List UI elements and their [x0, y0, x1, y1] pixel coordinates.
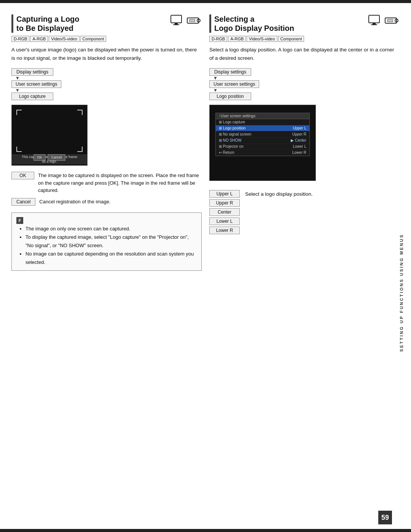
ok-action-row: OK The image to be captured is displayed…	[11, 172, 202, 194]
right-tag-component: Component	[278, 36, 304, 42]
note-box: F The image on only one screen can be ca…	[11, 212, 202, 271]
menu-nav-display-settings: Display settings	[11, 68, 53, 76]
svg-rect-2	[173, 24, 179, 25]
right-menu-nav: Display settings ▼ User screen settings …	[209, 68, 400, 100]
cancel-description: Cancel registration of the image.	[39, 198, 202, 206]
left-column: Capturing a Logo to Be Displayed	[11, 14, 202, 518]
tag-component: Component	[80, 36, 107, 42]
note-item-3: No image can be captured depending on th…	[25, 250, 197, 267]
left-body-text: A user's unique image (logo) can be disp…	[11, 46, 202, 62]
right-section-icons	[368, 14, 400, 27]
left-section-header: Capturing a Logo to Be Displayed	[11, 14, 202, 33]
logo-menu-item-value-3: ▶ Center	[291, 138, 306, 142]
pos-btn-upper-r[interactable]: Upper R	[209, 199, 240, 207]
cancel-action-row: Cancel Cancel registration of the image.	[11, 198, 202, 206]
logo-menu-item-label-1: ⊞ Logo position	[219, 126, 245, 130]
capture-screen: This captures the image in the frame as …	[11, 105, 88, 166]
note-icon: F	[16, 217, 23, 224]
right-menu-arrow-1: ▼	[209, 76, 218, 80]
logo-menu-overlay: ↑User screen settings ⊞ Logo capture ⊞ L…	[215, 113, 310, 156]
bottom-border	[0, 529, 411, 532]
note-item-1: The image on only one screen can be capt…	[25, 225, 197, 233]
pos-btn-center[interactable]: Center	[209, 208, 240, 216]
right-menu-user-screen: User screen settings	[209, 80, 259, 88]
capture-caption: This captures the image in the frame as …	[12, 154, 87, 165]
svg-rect-5	[190, 19, 195, 22]
vertical-sidebar: SETTING UP FUNCTIONS USING MENUS	[397, 76, 406, 509]
svg-rect-6	[369, 15, 379, 23]
right-tag-argb: A-RGB	[228, 36, 246, 42]
right-menu-logo-position: Logo position	[209, 93, 251, 100]
corner-tl	[16, 110, 22, 115]
corner-bl	[16, 147, 22, 152]
logo-menu-item-label-3: ⊞ NO SHOW	[219, 138, 242, 142]
left-title-line2: to Be Displayed	[16, 24, 73, 32]
page-number: 59	[378, 511, 392, 524]
logo-menu-logo-position: ⊞ Logo position Upper L	[216, 125, 309, 131]
corner-br	[77, 147, 83, 152]
right-menu-arrow-2: ▼	[209, 88, 218, 93]
pos-btn-upper-l[interactable]: Upper L	[209, 190, 240, 198]
right-title-block: Selecting a Logo Display Position	[209, 14, 364, 33]
right-title-line2: Logo Display Position	[214, 24, 294, 32]
projector-icon-right	[384, 16, 400, 25]
logo-menu-projector-on: ⊞ Projector on Lower L	[216, 144, 309, 150]
left-title-block: Capturing a Logo to Be Displayed	[11, 14, 166, 33]
corner-tr	[77, 110, 83, 115]
right-body-text: Select a logo display position. A logo c…	[209, 46, 400, 62]
position-buttons: Upper L Upper R Center Lower L Lower R	[209, 190, 240, 234]
left-title-line1: Capturing a Logo	[16, 15, 80, 23]
ok-label-box[interactable]: OK	[11, 172, 34, 179]
logo-menu-item-value-1: Upper L	[293, 126, 306, 130]
right-menu-display-settings: Display settings	[209, 68, 251, 76]
left-section-icons	[170, 14, 202, 27]
right-title-line1: Selecting a	[214, 15, 255, 23]
position-select-row: Upper L Upper R Center Lower L Lower R S…	[209, 190, 400, 238]
tag-argb: A-RGB	[30, 36, 48, 42]
projector-icon	[186, 16, 202, 25]
logo-menu-no-show: ⊞ NO SHOW ▶ Center	[216, 137, 309, 144]
right-section-header: Selecting a Logo Display Position	[209, 14, 400, 33]
logo-menu-item-value-2: Upper R	[292, 132, 306, 136]
logo-display-screen: ↑User screen settings ⊞ Logo capture ⊞ L…	[209, 105, 316, 181]
cancel-label-box[interactable]: Cancel	[11, 198, 35, 206]
logo-menu-no-signal: ⊞ No signal screen Upper R	[216, 131, 309, 137]
svg-rect-8	[371, 24, 377, 25]
logo-menu-header: ↑User screen settings	[216, 113, 309, 119]
left-tags-row: D-RGB A-RGB Video/S-video Component	[11, 36, 202, 42]
right-tag-video: Video/S-video	[247, 36, 277, 42]
tag-drgb: D-RGB	[11, 36, 29, 42]
logo-menu-item-label-0: ⊞ Logo capture	[219, 120, 245, 124]
logo-menu-item-label-4: ⊞ Projector on	[219, 144, 244, 149]
top-border	[0, 0, 411, 3]
menu-nav-user-screen: User screen settings	[11, 80, 61, 88]
capture-cancel-btn[interactable]: Cancel	[48, 154, 65, 161]
menu-nav-arrow-2: ▼	[11, 88, 20, 93]
logo-menu-item-value-4: Lower L	[293, 144, 306, 149]
logo-menu-item-value-5: Lower R	[292, 150, 306, 155]
svg-rect-7	[373, 23, 376, 24]
pos-btn-lower-r[interactable]: Lower R	[209, 227, 240, 234]
logo-menu-logo-capture: ⊞ Logo capture	[216, 119, 309, 125]
right-column: Selecting a Logo Display Position D-	[209, 14, 400, 518]
monitor-icon	[170, 14, 185, 27]
logo-menu-return: ↩ Return Lower R	[216, 150, 309, 156]
left-menu-nav: Display settings ▼ User screen settings …	[11, 68, 202, 100]
right-tag-drgb: D-RGB	[209, 36, 227, 42]
select-description: Select a logo display position.	[245, 190, 313, 198]
logo-menu-item-label-5: ↩ Return	[219, 150, 234, 155]
svg-rect-11	[387, 19, 393, 22]
ok-description: The image to be captured is displayed on…	[38, 172, 202, 194]
capture-buttons: OK Cancel	[33, 154, 65, 161]
left-title: Capturing a Logo to Be Displayed	[16, 14, 166, 33]
menu-nav-logo-capture: Logo capture	[11, 93, 53, 100]
logo-menu-item-label-2: ⊞ No signal screen	[219, 132, 251, 136]
capture-ok-btn[interactable]: OK	[33, 154, 45, 161]
right-title: Selecting a Logo Display Position	[214, 14, 364, 33]
svg-rect-0	[171, 15, 182, 23]
pos-btn-lower-l[interactable]: Lower L	[209, 217, 240, 225]
tag-video: Video/S-video	[49, 36, 79, 42]
sidebar-text: SETTING UP FUNCTIONS USING MENUS	[399, 234, 404, 352]
monitor-icon-right	[368, 14, 382, 27]
note-item-2: To display the captured image, select "L…	[25, 233, 197, 250]
